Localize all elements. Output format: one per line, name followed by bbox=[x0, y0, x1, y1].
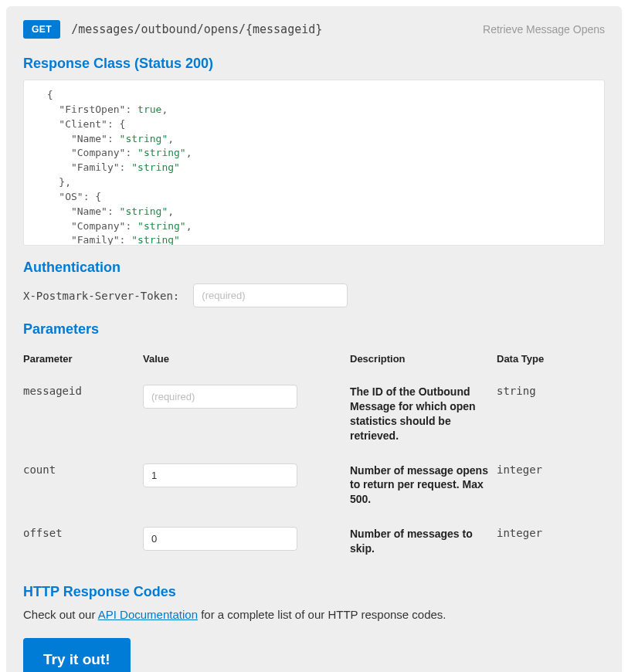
col-header-datatype: Data Type bbox=[497, 345, 605, 378]
table-row: messageidThe ID of the Outbound Message … bbox=[23, 378, 605, 457]
col-header-value: Value bbox=[143, 345, 350, 378]
param-description: Number of message opens to return per re… bbox=[350, 457, 497, 521]
parameters-table: Parameter Value Description Data Type me… bbox=[23, 345, 605, 570]
section-heading-authentication: Authentication bbox=[23, 260, 605, 276]
http-codes-text: Check out our API Documentation for a co… bbox=[23, 608, 605, 621]
param-name: offset bbox=[23, 521, 143, 570]
endpoint-left: GET /messages/outbound/opens/{messageid} bbox=[23, 20, 322, 39]
param-value-input[interactable] bbox=[143, 463, 297, 487]
api-documentation-link[interactable]: API Documentation bbox=[98, 608, 198, 621]
param-value-cell bbox=[143, 378, 350, 457]
table-row: offsetNumber of messages to skip.integer bbox=[23, 521, 605, 570]
response-example-code: { "FirstOpen": true, "Client": { "Name":… bbox=[23, 80, 605, 246]
param-datatype: integer bbox=[497, 457, 605, 521]
param-datatype: integer bbox=[497, 521, 605, 570]
section-heading-http-codes: HTTP Response Codes bbox=[23, 584, 605, 600]
auth-header-name: X-Postmark-Server-Token: bbox=[23, 290, 179, 302]
table-row: countNumber of message opens to return p… bbox=[23, 457, 605, 521]
col-header-parameter: Parameter bbox=[23, 345, 143, 378]
auth-row: X-Postmark-Server-Token: bbox=[23, 283, 605, 307]
section-heading-response-class: Response Class (Status 200) bbox=[23, 56, 605, 72]
param-datatype: string bbox=[497, 378, 605, 457]
http-codes-prefix: Check out our bbox=[23, 608, 98, 621]
section-heading-parameters: Parameters bbox=[23, 321, 605, 338]
param-name: messageid bbox=[23, 378, 143, 457]
endpoint-summary: Retrieve Message Opens bbox=[483, 23, 605, 36]
auth-token-input[interactable] bbox=[193, 283, 348, 307]
param-value-cell bbox=[143, 521, 350, 570]
http-method-badge: GET bbox=[23, 20, 60, 39]
endpoint-path: /messages/outbound/opens/{messageid} bbox=[71, 22, 322, 36]
param-value-cell bbox=[143, 457, 350, 521]
param-value-input[interactable] bbox=[143, 385, 297, 409]
col-header-description: Description bbox=[350, 345, 497, 378]
param-name: count bbox=[23, 457, 143, 521]
http-codes-suffix: for a complete list of our HTTP response… bbox=[198, 608, 446, 621]
param-description: The ID of the Outbound Message for which… bbox=[350, 378, 497, 457]
try-it-out-button[interactable]: Try it out! bbox=[23, 638, 131, 672]
endpoint-header[interactable]: GET /messages/outbound/opens/{messageid}… bbox=[23, 20, 605, 39]
api-operation-panel: GET /messages/outbound/opens/{messageid}… bbox=[6, 6, 622, 672]
param-value-input[interactable] bbox=[143, 527, 297, 551]
param-description: Number of messages to skip. bbox=[350, 521, 497, 570]
parameters-header-row: Parameter Value Description Data Type bbox=[23, 345, 605, 378]
